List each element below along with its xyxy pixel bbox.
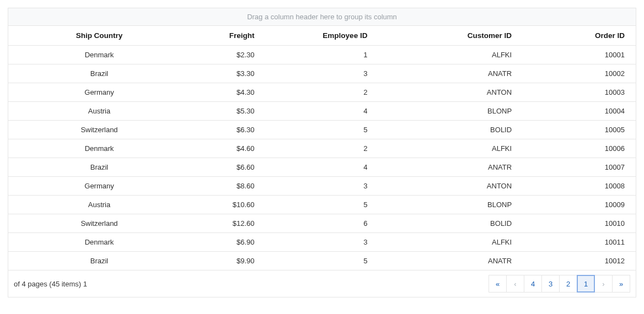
cell-order-id: 10012 — [523, 252, 636, 270]
cell-customer-id: ANTON — [378, 83, 523, 102]
cell-order-id: 10009 — [523, 196, 636, 214]
table-row[interactable]: Denmark$2.301ALFKI10001 — [8, 46, 636, 64]
cell-ship-country: Switzerland — [8, 121, 190, 139]
pager-page-button[interactable]: 3 — [541, 275, 560, 293]
chevron-right-icon: › — [602, 280, 604, 288]
table-row[interactable]: Denmark$6.903ALFKI10011 — [8, 233, 636, 252]
cell-ship-country: Germany — [8, 83, 190, 102]
pager-page-button[interactable]: 2 — [559, 275, 577, 293]
cell-freight: $9.90 — [190, 252, 266, 270]
cell-customer-id: ANATR — [378, 252, 523, 270]
pager-bar: of 4 pages (45 items) 1 « ‹ 4321 › » — [8, 270, 636, 297]
chevron-double-right-icon: » — [619, 280, 623, 288]
cell-customer-id: BOLID — [378, 121, 523, 139]
column-header-customer-id[interactable]: Customer ID — [378, 26, 523, 46]
table-row[interactable]: Brazil$3.303ANATR10002 — [8, 64, 636, 83]
table-row[interactable]: Austria$10.605BLONP10009 — [8, 196, 636, 214]
table-row[interactable]: Brazil$6.604ANATR10007 — [8, 158, 636, 177]
cell-customer-id: BLONP — [378, 102, 523, 121]
cell-ship-country: Brazil — [8, 252, 190, 270]
cell-employee-id: 2 — [266, 139, 379, 158]
cell-ship-country: Germany — [8, 177, 190, 196]
cell-employee-id: 2 — [266, 83, 379, 102]
pager-page-button[interactable]: 4 — [524, 275, 542, 293]
pager-first-button[interactable]: « — [489, 275, 507, 293]
cell-employee-id: 3 — [266, 177, 379, 196]
pager-next-button[interactable]: › — [594, 275, 613, 293]
cell-customer-id: ANATR — [378, 158, 523, 177]
data-grid: Drag a column header here to group its c… — [8, 8, 636, 297]
cell-freight: $6.60 — [190, 158, 266, 177]
column-header-freight[interactable]: Freight — [190, 26, 266, 46]
cell-employee-id: 3 — [266, 64, 379, 83]
cell-freight: $6.30 — [190, 121, 266, 139]
cell-employee-id: 5 — [266, 121, 379, 139]
column-header-employee-id[interactable]: Employee ID — [266, 26, 379, 46]
cell-employee-id: 3 — [266, 233, 379, 252]
table-row[interactable]: Germany$8.603ANTON10008 — [8, 177, 636, 196]
cell-customer-id: ALFKI — [378, 46, 523, 64]
cell-freight: $6.90 — [190, 233, 266, 252]
cell-ship-country: Switzerland — [8, 214, 190, 233]
cell-order-id: 10010 — [523, 214, 636, 233]
table-row[interactable]: Denmark$4.602ALFKI10006 — [8, 139, 636, 158]
cell-ship-country: Brazil — [8, 64, 190, 83]
pager-page-button[interactable]: 1 — [577, 275, 595, 293]
cell-employee-id: 4 — [266, 158, 379, 177]
cell-freight: $5.30 — [190, 102, 266, 121]
pager-prev-button[interactable]: ‹ — [506, 275, 524, 293]
cell-order-id: 10008 — [523, 177, 636, 196]
pager: « ‹ 4321 › » — [489, 275, 630, 293]
cell-order-id: 10003 — [523, 83, 636, 102]
cell-employee-id: 1 — [266, 46, 379, 64]
cell-employee-id: 5 — [266, 196, 379, 214]
cell-order-id: 10006 — [523, 139, 636, 158]
cell-customer-id: ANTON — [378, 177, 523, 196]
cell-customer-id: BLONP — [378, 196, 523, 214]
table-row[interactable]: Switzerland$6.305BOLID10005 — [8, 121, 636, 139]
cell-freight: $4.30 — [190, 83, 266, 102]
cell-freight: $4.60 — [190, 139, 266, 158]
cell-customer-id: ALFKI — [378, 139, 523, 158]
pager-last-button[interactable]: » — [612, 275, 630, 293]
cell-customer-id: ALFKI — [378, 233, 523, 252]
cell-freight: $8.60 — [190, 177, 266, 196]
cell-employee-id: 5 — [266, 252, 379, 270]
cell-order-id: 10005 — [523, 121, 636, 139]
cell-order-id: 10004 — [523, 102, 636, 121]
group-drop-area[interactable]: Drag a column header here to group its c… — [8, 8, 636, 26]
pager-info: of 4 pages (45 items) 1 — [14, 280, 87, 288]
cell-order-id: 10001 — [523, 46, 636, 64]
table-row[interactable]: Austria$5.304BLONP10004 — [8, 102, 636, 121]
cell-order-id: 10007 — [523, 158, 636, 177]
cell-freight: $2.30 — [190, 46, 266, 64]
cell-ship-country: Austria — [8, 102, 190, 121]
cell-customer-id: BOLID — [378, 214, 523, 233]
table-row[interactable]: Germany$4.302ANTON10003 — [8, 83, 636, 102]
column-header-ship-country[interactable]: Ship Country — [8, 26, 190, 46]
data-table: Ship Country Freight Employee ID Custome… — [8, 26, 636, 270]
cell-ship-country: Austria — [8, 196, 190, 214]
cell-ship-country: Denmark — [8, 46, 190, 64]
chevron-double-left-icon: « — [496, 280, 500, 288]
cell-ship-country: Denmark — [8, 233, 190, 252]
cell-ship-country: Brazil — [8, 158, 190, 177]
table-row[interactable]: Brazil$9.905ANATR10012 — [8, 252, 636, 270]
cell-employee-id: 4 — [266, 102, 379, 121]
cell-order-id: 10002 — [523, 64, 636, 83]
cell-freight: $3.30 — [190, 64, 266, 83]
cell-order-id: 10011 — [523, 233, 636, 252]
cell-ship-country: Denmark — [8, 139, 190, 158]
column-header-order-id[interactable]: Order ID — [523, 26, 636, 46]
cell-freight: $12.60 — [190, 214, 266, 233]
cell-freight: $10.60 — [190, 196, 266, 214]
table-row[interactable]: Switzerland$12.606BOLID10010 — [8, 214, 636, 233]
cell-customer-id: ANATR — [378, 64, 523, 83]
cell-employee-id: 6 — [266, 214, 379, 233]
chevron-left-icon: ‹ — [514, 280, 516, 288]
